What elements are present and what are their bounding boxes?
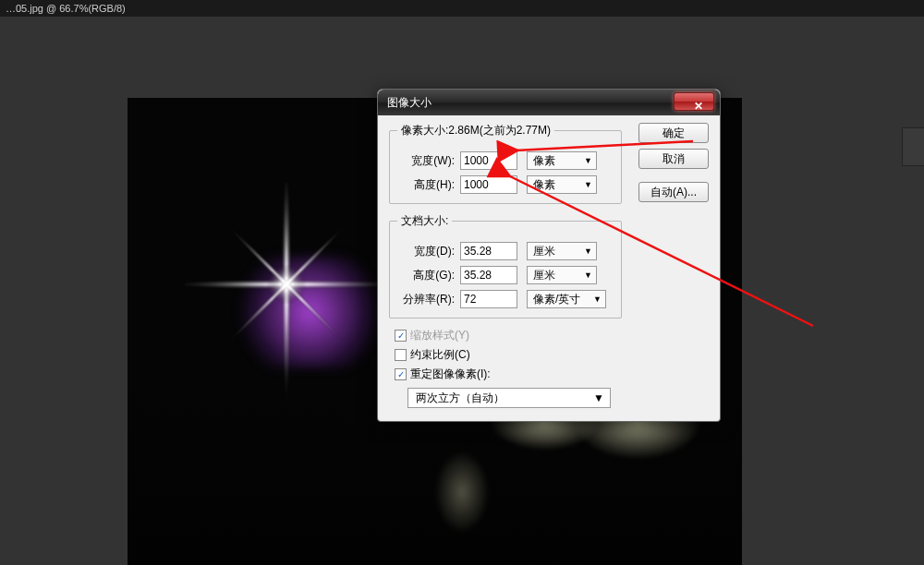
image-size-dialog: 图像大小 ✕ 确定 取消 自动(A)... 像素大小:2.86M(之前为2.77… (377, 89, 721, 422)
combo-value: 像素 (533, 177, 555, 193)
chevron-down-icon: ▼ (584, 180, 592, 189)
dialog-titlebar[interactable]: 图像大小 ✕ (378, 90, 720, 115)
resample-option[interactable]: ✓ 重定图像像素(I): (395, 367, 709, 382)
checkbox-icon: ✓ (395, 368, 407, 380)
pixel-height-input[interactable] (460, 175, 517, 194)
checkbox-icon: ✓ (395, 330, 407, 342)
pixel-width-input[interactable] (460, 151, 517, 170)
chevron-down-icon: ▼ (584, 246, 592, 256)
chevron-down-icon: ▼ (584, 156, 592, 165)
combo-value: 厘米 (533, 268, 555, 283)
ok-button[interactable]: 确定 (638, 123, 709, 143)
workspace: 图像大小 ✕ 确定 取消 自动(A)... 像素大小:2.86M(之前为2.77… (0, 17, 924, 565)
scale-styles-option: ✓ 缩放样式(Y) (395, 328, 709, 343)
resolution-label: 分辨率(R): (397, 292, 455, 307)
resample-mode-select[interactable]: 两次立方（自动） ▼ (407, 388, 611, 408)
width-label: 宽度(W): (397, 153, 455, 169)
doc-height-unit[interactable]: 厘米 ▼ (527, 266, 597, 284)
pixel-height-unit[interactable]: 像素 ▼ (527, 175, 597, 194)
doc-width-unit[interactable]: 厘米 ▼ (527, 242, 597, 260)
doc-height-input[interactable] (460, 266, 517, 284)
cancel-button[interactable]: 取消 (638, 149, 709, 169)
chevron-down-icon: ▼ (593, 391, 604, 404)
button-column: 确定 取消 自动(A)... (638, 123, 709, 202)
close-button[interactable]: ✕ (674, 92, 714, 111)
pixel-dimensions-group: 像素大小:2.86M(之前为2.77M) 宽度(W): 像素 ▼ 高度(H): … (389, 123, 622, 204)
right-toolstrip[interactable] (902, 127, 924, 166)
resolution-input[interactable] (460, 290, 517, 308)
resolution-unit[interactable]: 像素/英寸 ▼ (527, 290, 606, 308)
dialog-body: 确定 取消 自动(A)... 像素大小:2.86M(之前为2.77M) 宽度(W… (378, 115, 720, 421)
dialog-title: 图像大小 (378, 96, 432, 109)
constrain-option[interactable]: 约束比例(C) (395, 347, 709, 363)
resample-label: 重定图像像素(I): (410, 367, 491, 382)
checkbox-icon (395, 349, 407, 361)
pixel-width-unit[interactable]: 像素 ▼ (527, 151, 597, 170)
document-tab[interactable]: …05.jpg @ 66.7%(RGB/8) (0, 0, 924, 17)
document-tab-label: …05.jpg @ 66.7%(RGB/8) (6, 3, 126, 14)
combo-value: 像素 (533, 153, 555, 169)
scale-styles-label: 缩放样式(Y) (410, 328, 469, 343)
canvas-reflection (434, 451, 490, 534)
chevron-down-icon: ▼ (584, 270, 592, 280)
close-icon: ✕ (685, 100, 703, 113)
constrain-label: 约束比例(C) (410, 347, 470, 363)
doc-height-label: 高度(G): (397, 268, 455, 283)
document-size-legend: 文档大小: (397, 213, 452, 229)
height-label: 高度(H): (397, 177, 455, 193)
canvas-lights (231, 257, 388, 367)
doc-width-label: 宽度(D): (397, 244, 455, 259)
auto-button[interactable]: 自动(A)... (638, 182, 709, 202)
doc-width-input[interactable] (460, 242, 517, 260)
combo-value: 两次立方（自动） (416, 391, 505, 406)
document-size-group: 文档大小: 宽度(D): 厘米 ▼ 高度(G): 厘米 ▼ (389, 213, 622, 319)
chevron-down-icon: ▼ (593, 295, 602, 304)
combo-value: 厘米 (533, 244, 555, 259)
combo-value: 像素/英寸 (533, 292, 580, 307)
pixel-dimensions-legend: 像素大小:2.86M(之前为2.77M) (397, 123, 554, 138)
